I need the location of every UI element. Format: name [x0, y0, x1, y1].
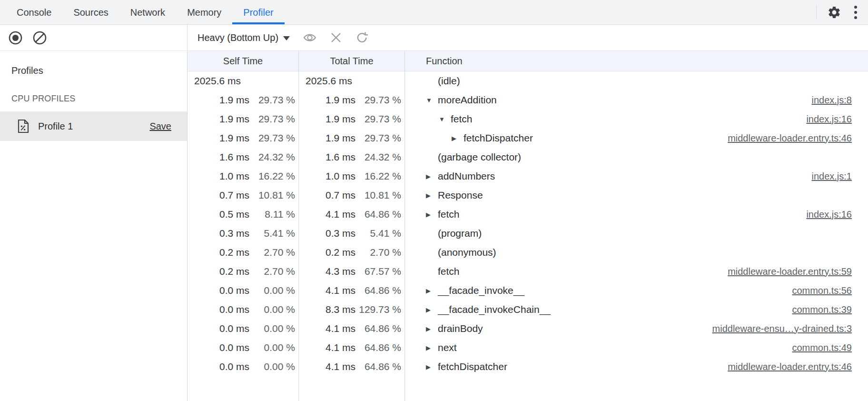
table-row[interactable]: 0.0 ms0.00 %8.3 ms129.73 %▶__facade_invo… — [187, 300, 868, 319]
table-row[interactable]: 0.5 ms8.11 %4.1 ms64.86 %▶fetchindex.js:… — [187, 205, 868, 224]
self-time-cell: 1.9 ms29.73 % — [187, 113, 299, 125]
table-row[interactable]: 2025.6 ms2025.6 ms(idle) — [187, 71, 868, 90]
tree-indent — [426, 138, 452, 139]
time-percent-value: 64.86 % — [355, 323, 401, 334]
table-row[interactable]: 1.9 ms29.73 %1.9 ms29.73 %▼moreAdditioni… — [187, 90, 868, 110]
function-name: fetch — [451, 113, 473, 125]
collapsed-arrow-icon[interactable]: ▶ — [426, 192, 438, 199]
time-percent-value: 10.81 % — [249, 190, 295, 201]
function-name: (idle) — [438, 75, 460, 87]
eye-icon[interactable] — [303, 30, 317, 45]
function-name: __facade_invokeChain__ — [438, 304, 551, 315]
table-row[interactable]: 0.0 ms0.00 %4.1 ms64.86 %▶nextcommon.ts:… — [187, 338, 868, 357]
save-profile-link[interactable]: Save — [149, 121, 171, 132]
time-percent-value: 29.73 % — [355, 94, 401, 106]
source-link[interactable]: common.ts:49 — [782, 342, 852, 353]
table-row[interactable]: 1.9 ms29.73 %1.9 ms29.73 %▶fetchDispatch… — [187, 129, 868, 148]
source-link[interactable]: middleware-loader.entry.ts:46 — [718, 133, 852, 144]
total-time-cell: 1.9 ms29.73 % — [299, 113, 405, 125]
collapsed-arrow-icon[interactable]: ▶ — [426, 363, 438, 371]
source-link[interactable]: index.js:16 — [797, 209, 852, 220]
collapsed-arrow-icon[interactable]: ▶ — [426, 325, 438, 332]
total-time-cell: 1.0 ms16.22 % — [299, 170, 405, 182]
function-cell: ▶nextcommon.ts:49 — [405, 342, 868, 353]
collapsed-arrow-icon[interactable]: ▶ — [426, 344, 438, 351]
table-row[interactable]: 1.6 ms24.32 %1.6 ms24.32 %(garbage colle… — [187, 148, 868, 167]
clear-icon[interactable] — [32, 30, 47, 45]
refresh-icon[interactable] — [355, 30, 369, 45]
tab-profiler[interactable]: Profiler — [232, 0, 284, 24]
total-time-cell: 0.2 ms2.70 % — [299, 247, 405, 258]
function-cell: (idle) — [405, 75, 868, 87]
tab-network[interactable]: Network — [119, 0, 176, 24]
table-row[interactable]: 0.3 ms5.41 %0.3 ms5.41 %(program) — [187, 224, 868, 243]
function-name: fetchDispatcher — [438, 361, 507, 372]
source-link[interactable]: middleware-loader.entry.ts:59 — [718, 266, 852, 277]
expanded-arrow-icon[interactable]: ▼ — [439, 116, 451, 123]
function-name: drainBody — [438, 323, 483, 334]
devtools-tabbar: Console Sources Network Memory Profiler — [0, 0, 868, 25]
time-percent-value: 0.00 % — [249, 304, 295, 315]
close-icon[interactable] — [330, 31, 342, 44]
function-cell: ▶fetchindex.js:16 — [405, 209, 868, 220]
column-header-self-time[interactable]: Self Time — [187, 51, 299, 71]
collapsed-arrow-icon[interactable]: ▶ — [426, 306, 438, 313]
function-name: moreAddition — [438, 94, 497, 106]
source-link[interactable]: middleware-loader.entry.ts:46 — [718, 361, 852, 372]
source-link[interactable]: index.js:16 — [797, 114, 852, 125]
time-percent-value: 29.73 % — [355, 113, 401, 125]
tab-memory[interactable]: Memory — [176, 0, 232, 24]
time-ms-value: 1.9 ms — [187, 113, 249, 125]
collapsed-arrow-icon[interactable]: ▶ — [426, 173, 438, 180]
time-ms-value: 0.2 ms — [299, 247, 355, 258]
time-percent-value: 64.86 % — [355, 285, 401, 296]
time-ms-value: 4.1 ms — [299, 342, 355, 353]
function-name: fetchDispatcher — [464, 132, 533, 144]
chevron-down-icon — [283, 36, 290, 40]
record-icon[interactable] — [8, 30, 23, 45]
profile-list-item[interactable]: Profile 1 Save — [0, 111, 187, 141]
time-ms-value: 0.7 ms — [299, 190, 355, 201]
time-percent-value: 24.32 % — [249, 151, 295, 163]
collapsed-arrow-icon[interactable]: ▶ — [426, 211, 438, 218]
self-time-cell: 0.3 ms5.41 % — [187, 228, 299, 239]
table-row[interactable]: 0.0 ms0.00 %4.1 ms64.86 %▶drainBodymiddl… — [187, 319, 868, 338]
view-mode-select[interactable]: Heavy (Bottom Up) — [197, 32, 290, 43]
source-link[interactable]: common.ts:39 — [782, 304, 852, 315]
column-divider — [404, 71, 405, 401]
self-time-cell: 0.0 ms0.00 % — [187, 342, 299, 353]
time-percent-value: 29.73 % — [249, 132, 295, 144]
total-time-cell: 8.3 ms129.73 % — [299, 304, 405, 315]
time-ms-value: 2025.6 ms — [187, 75, 295, 87]
table-row[interactable]: 1.9 ms29.73 %1.9 ms29.73 %▼fetchindex.js… — [187, 110, 868, 129]
collapsed-arrow-icon[interactable]: ▶ — [452, 135, 464, 142]
time-percent-value: 29.73 % — [355, 132, 401, 144]
column-header-function[interactable]: Function — [405, 51, 868, 71]
self-time-cell: 0.0 ms0.00 % — [187, 304, 299, 315]
settings-gear-icon[interactable] — [827, 5, 841, 20]
total-time-cell: 0.7 ms10.81 % — [299, 190, 405, 201]
tab-sources[interactable]: Sources — [62, 0, 119, 24]
source-link[interactable]: index.js:1 — [802, 171, 852, 182]
time-ms-value: 1.0 ms — [299, 170, 355, 182]
table-row[interactable]: 0.2 ms2.70 %0.2 ms2.70 %(anonymous) — [187, 243, 868, 262]
table-row[interactable]: 0.0 ms0.00 %4.1 ms64.86 %▶fetchDispatche… — [187, 357, 868, 376]
function-cell: ▶drainBodymiddleware-ensu…y-drained.ts:3 — [405, 323, 868, 334]
expanded-arrow-icon[interactable]: ▼ — [426, 97, 438, 104]
function-cell: ▶__facade_invoke__common.ts:56 — [405, 285, 868, 296]
column-header-total-time[interactable]: Total Time — [299, 51, 405, 71]
collapsed-arrow-icon[interactable]: ▶ — [426, 287, 438, 294]
table-row[interactable]: 1.0 ms16.22 %1.0 ms16.22 %▶addNumbersind… — [187, 167, 868, 186]
function-cell: (program) — [405, 228, 868, 239]
time-percent-value: 24.32 % — [355, 151, 401, 163]
table-row[interactable]: 0.2 ms2.70 %4.3 ms67.57 %fetchmiddleware… — [187, 262, 868, 281]
kebab-menu-icon[interactable] — [854, 5, 858, 20]
time-percent-value: 0.00 % — [249, 323, 295, 334]
tab-console[interactable]: Console — [6, 0, 62, 24]
time-ms-value: 1.0 ms — [187, 170, 249, 182]
source-link[interactable]: middleware-ensu…y-drained.ts:3 — [703, 323, 852, 334]
source-link[interactable]: index.js:8 — [802, 95, 852, 106]
table-row[interactable]: 0.7 ms10.81 %0.7 ms10.81 %▶Response — [187, 186, 868, 205]
table-row[interactable]: 0.0 ms0.00 %4.1 ms64.86 %▶__facade_invok… — [187, 281, 868, 300]
source-link[interactable]: common.ts:56 — [782, 285, 852, 296]
